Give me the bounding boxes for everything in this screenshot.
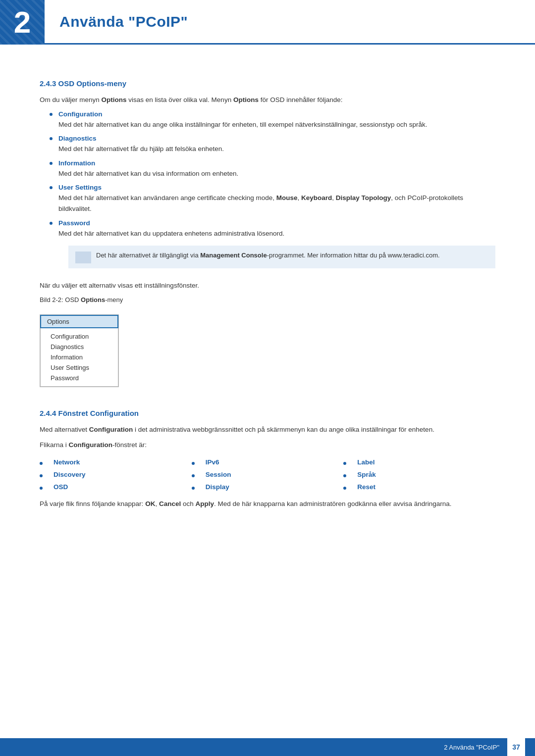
configuration-bold-1: Configuration (89, 426, 133, 433)
tab-discovery: Discovery (40, 471, 192, 478)
section-244-heading: 2.4.4 Fönstret Configuration (40, 409, 495, 417)
bullet-dot (40, 462, 43, 465)
bullet-dot (192, 474, 195, 477)
after-bullets-text: När du väljer ett alternativ visas ett i… (40, 280, 495, 291)
menu-item-user-settings: User Settings (41, 362, 118, 373)
options-bold-1: Options (102, 96, 127, 103)
menu-item-password: Password (41, 373, 118, 383)
menu-header: Options (40, 315, 118, 328)
tab-network: Network (40, 458, 192, 466)
tab-ipv6: IPv6 (192, 458, 344, 466)
tabs-col1: Network Discovery OSD (40, 458, 192, 491)
bullet-dot (192, 462, 195, 465)
bullet-user-settings: User Settings Med det här alternativet k… (40, 184, 495, 214)
management-console-bold: Management Console (200, 252, 267, 259)
tabs-columns: Network Discovery OSD IPv6 Ses (40, 458, 495, 491)
bullet-dot (50, 113, 53, 116)
bullet-dot (50, 186, 53, 189)
mouse-bold: Mouse (276, 194, 298, 202)
tab-label-discovery: Discovery (54, 471, 86, 478)
bullet-label-information: Information (58, 159, 495, 167)
bullet-content-password: Password Med det här alternativet kan du… (58, 219, 495, 276)
tab-reset: Reset (343, 483, 495, 491)
bullet-content-configuration: Configuration Med det här alternativet k… (58, 110, 495, 130)
bullet-diagnostics: Diagnostics Med det här alternativet får… (40, 135, 495, 154)
tab-label-display: Display (206, 483, 229, 491)
bullet-content-user-settings: User Settings Med det här alternativet k… (58, 184, 495, 214)
bullet-label-configuration: Configuration (58, 110, 495, 118)
page-footer: 2 Använda "PCoIP" 37 (0, 738, 535, 756)
menu-item-diagnostics: Diagnostics (41, 342, 118, 352)
bullet-label-diagnostics: Diagnostics (58, 135, 495, 142)
cancel-bold: Cancel (159, 500, 181, 507)
bullet-dot (40, 487, 43, 490)
section-243-heading: 2.4.3 OSD Options-meny (40, 79, 495, 88)
bullet-dot (343, 462, 346, 465)
ok-bold: OK (145, 500, 155, 507)
bullet-dot (50, 162, 53, 165)
menu-item-configuration: Configuration (41, 331, 118, 342)
chapter-header: 2 Använda "PCoIP" (0, 0, 535, 45)
options-bold-2: Options (233, 96, 259, 103)
section-244: 2.4.4 Fönstret Configuration Med alterna… (40, 409, 495, 509)
bullet-label-password: Password (58, 219, 495, 227)
tabs-col2: IPv6 Session Display (192, 458, 344, 491)
chapter-number: 2 (14, 7, 31, 38)
section-243: 2.4.3 OSD Options-meny Om du väljer meny… (40, 79, 495, 394)
apply-bold: Apply (195, 500, 214, 507)
bullet-desc-diagnostics: Med det här alternativet får du hjälp at… (58, 145, 224, 152)
section-243-intro: Om du väljer menyn Options visas en list… (40, 95, 495, 105)
options-menu-mockup: Options Configuration Diagnostics Inform… (40, 314, 119, 387)
caption-243: Bild 2-2: OSD Options-meny (40, 296, 495, 303)
bullet-label-user-settings: User Settings (58, 184, 495, 191)
options-bullet-list: Configuration Med det här alternativet k… (40, 110, 495, 276)
bullet-desc-configuration: Med det här alternativet kan du ange oli… (58, 121, 427, 128)
bullet-dot (50, 137, 53, 140)
tab-session: Session (192, 471, 344, 478)
chapter-title: Använda "PCoIP" (59, 13, 188, 30)
section-244-intro: Med alternativet Configuration i det adm… (40, 424, 495, 435)
tab-label-session: Session (206, 471, 231, 478)
bullet-dot (192, 487, 195, 490)
configuration-bold-2: Configuration (69, 441, 112, 449)
tabs-col3: Label Språk Reset (343, 458, 495, 491)
note-icon (75, 252, 91, 263)
main-content: 2.4.3 OSD Options-meny Om du väljer meny… (0, 45, 535, 554)
note-box: Det här alternativet är tillgängligt via… (68, 246, 495, 268)
bullet-content-diagnostics: Diagnostics Med det här alternativet får… (58, 135, 495, 154)
bullet-content-information: Information Med det här alternativet kan… (58, 159, 495, 179)
keyboard-bold: Keyboard (301, 194, 332, 202)
display-topology-bold: Display Topology (336, 194, 391, 202)
bullet-dot (50, 222, 53, 225)
tab-label-osd: OSD (54, 483, 68, 491)
tab-osd: OSD (40, 483, 192, 491)
chapter-number-box: 2 (0, 0, 45, 45)
bullet-desc-password: Med det här alternativet kan du uppdater… (58, 230, 284, 237)
tab-sprak: Språk (343, 471, 495, 478)
tab-label: Label (343, 458, 495, 466)
bullet-password: Password Med det här alternativet kan du… (40, 219, 495, 276)
tabs-intro: Flikarna i Configuration-fönstret är: (40, 440, 495, 451)
caption-options-bold: Options (81, 296, 105, 303)
tab-label-network: Network (54, 458, 80, 466)
footer-page-number: 37 (507, 738, 525, 756)
bullet-desc-user-settings: Med det här alternativet kan användaren … (58, 194, 463, 212)
bullet-information: Information Med det här alternativet kan… (40, 159, 495, 179)
bullet-dot (40, 474, 43, 477)
bullet-dot (343, 487, 346, 490)
bullet-configuration: Configuration Med det här alternativet k… (40, 110, 495, 130)
tab-label-label: Label (357, 458, 374, 466)
footer-chapter-text: 2 Använda "PCoIP" (444, 744, 499, 751)
menu-item-information: Information (41, 352, 118, 362)
note-text: Det här alternativet är tillgängligt via… (96, 251, 440, 261)
bullet-dot (343, 474, 346, 477)
footer-buttons-text: På varje flik finns följande knappar: OK… (40, 499, 495, 509)
menu-items-list: Configuration Diagnostics Information Us… (40, 328, 118, 387)
tab-label-ipv6: IPv6 (206, 458, 219, 466)
tab-label-reset: Reset (357, 483, 375, 491)
chapter-title-box: Använda "PCoIP" (45, 0, 535, 45)
bullet-desc-information: Med det här alternativet kan du visa inf… (58, 170, 238, 177)
tab-label-sprak: Språk (357, 471, 376, 478)
tab-display: Display (192, 483, 344, 491)
